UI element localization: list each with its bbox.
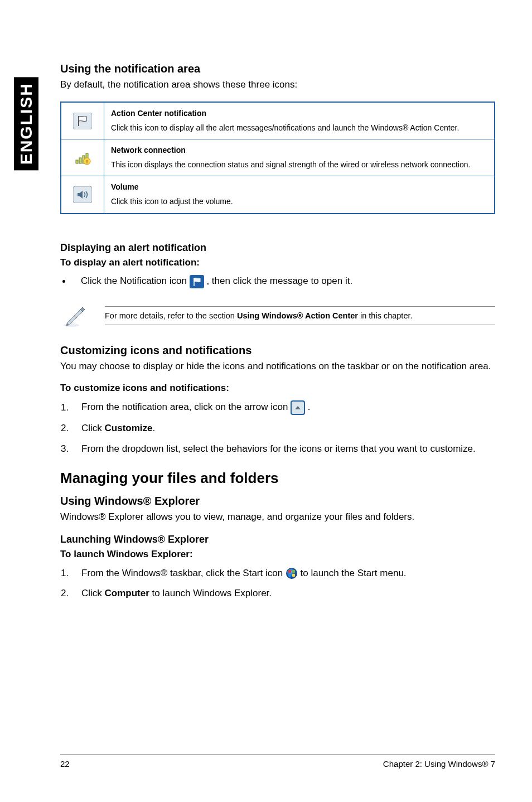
notification-flag-inline-icon xyxy=(190,275,204,288)
bullet-text-b: , then click the message to open it. xyxy=(206,276,352,286)
cell-desc: This icon displays the connection status… xyxy=(111,160,470,169)
section-title-notification-area: Using the notification area xyxy=(60,62,495,75)
step-text-c: to launch Windows Explorer. xyxy=(149,588,272,598)
cell-desc: Click this icon to adjust the volume. xyxy=(111,197,233,206)
volume-icon-cell xyxy=(61,176,104,214)
svg-rect-16 xyxy=(292,574,295,577)
svg-rect-2 xyxy=(79,158,81,163)
action-center-desc-cell: Action Center notification Click this ic… xyxy=(104,102,495,139)
list-item: From the dropdown list, select the behav… xyxy=(71,442,495,456)
launching-explorer-sub: To launch Windows Explorer: xyxy=(60,549,495,560)
language-tab: ENGLISH xyxy=(14,77,38,170)
section-title-customize: Customizing icons and notifications xyxy=(60,344,495,357)
svg-text:!: ! xyxy=(86,159,88,165)
table-row: Volume Click this icon to adjust the vol… xyxy=(61,176,495,214)
customize-steps: From the notification area, click on the… xyxy=(60,400,495,456)
step-text-b: . xyxy=(308,402,311,413)
note-text-b: Using Windows® Action Center xyxy=(237,311,358,320)
step-text-a: Click xyxy=(81,588,105,598)
step-text-b: Computer xyxy=(105,588,149,598)
volume-icon xyxy=(73,186,92,203)
network-connection-icon: ! xyxy=(74,150,91,166)
customize-sub: To customize icons and notifications: xyxy=(60,383,495,394)
step-text-b: Customize xyxy=(105,423,153,433)
list-item: Click Customize. xyxy=(71,422,495,436)
cell-desc: Click this icon to display all the alert… xyxy=(111,123,459,132)
note-box: For more details, refer to the section U… xyxy=(60,303,495,328)
page-content: Using the notification area By default, … xyxy=(60,62,495,614)
list-item: From the notification area, click on the… xyxy=(71,400,495,415)
svg-point-9 xyxy=(64,323,79,327)
display-alert-bullet: Click the Notification icon , then click… xyxy=(62,275,495,288)
notification-icons-table: Action Center notification Click this ic… xyxy=(60,102,495,214)
page-footer: 22 Chapter 2: Using Windows® 7 xyxy=(60,754,495,769)
launch-explorer-steps: From the Windows® taskbar, click the Sta… xyxy=(60,567,495,601)
list-item: Click Computer to launch Windows Explore… xyxy=(71,587,495,601)
page-number: 22 xyxy=(60,759,70,769)
table-row: Action Center notification Click this ic… xyxy=(61,102,495,139)
action-center-icon-cell xyxy=(61,102,104,139)
table-row: ! Network connection This icon displays … xyxy=(61,139,495,176)
section-title-managing-files: Managing your files and folders xyxy=(60,470,495,487)
section-title-launching-explorer: Launching Windows® Explorer xyxy=(60,534,495,545)
volume-desc-cell: Volume Click this icon to adjust the vol… xyxy=(104,176,495,214)
svg-point-12 xyxy=(287,568,297,578)
list-item: From the Windows® taskbar, click the Sta… xyxy=(71,567,495,581)
using-explorer-intro: Windows® Explorer allows you to view, ma… xyxy=(60,511,495,524)
cell-title: Volume xyxy=(111,182,487,193)
network-desc-cell: Network connection This icon displays th… xyxy=(104,139,495,176)
cell-title: Network connection xyxy=(111,145,487,156)
note-text-c: in this chapter. xyxy=(358,311,413,320)
pencil-note-icon xyxy=(61,303,87,328)
step-text-c: . xyxy=(153,423,156,433)
chapter-label: Chapter 2: Using Windows® 7 xyxy=(383,759,495,769)
step-text-a: From the Windows® taskbar, click the Sta… xyxy=(81,568,286,578)
step-text-a: Click xyxy=(81,423,105,433)
notification-area-intro: By default, the notification area shows … xyxy=(60,79,495,91)
cell-title: Action Center notification xyxy=(111,108,487,119)
note-text: For more details, refer to the section U… xyxy=(105,307,495,325)
section-title-using-explorer: Using Windows® Explorer xyxy=(60,495,495,508)
bullet-text-a: Click the Notification icon xyxy=(81,276,190,286)
windows-start-orb-icon xyxy=(286,567,298,579)
customize-intro: You may choose to display or hide the ic… xyxy=(60,360,495,373)
step-text-a: From the notification area, click on the… xyxy=(81,402,291,413)
bullet-icon xyxy=(62,280,65,283)
network-icon-cell: ! xyxy=(61,139,104,176)
svg-rect-13 xyxy=(288,570,291,573)
section-title-display-alert: Displaying an alert notification xyxy=(60,242,495,254)
divider xyxy=(105,325,495,325)
action-center-flag-icon xyxy=(73,113,92,129)
svg-rect-14 xyxy=(292,570,295,573)
display-alert-sub: To display an alert notification: xyxy=(60,257,495,268)
svg-rect-1 xyxy=(76,160,78,163)
bullet-text: Click the Notification icon , then click… xyxy=(81,275,352,288)
step-text-b: to launch the Start menu. xyxy=(301,568,407,578)
note-text-a: For more details, refer to the section xyxy=(105,311,237,320)
arrow-up-icon xyxy=(291,400,305,415)
svg-rect-15 xyxy=(288,574,291,577)
